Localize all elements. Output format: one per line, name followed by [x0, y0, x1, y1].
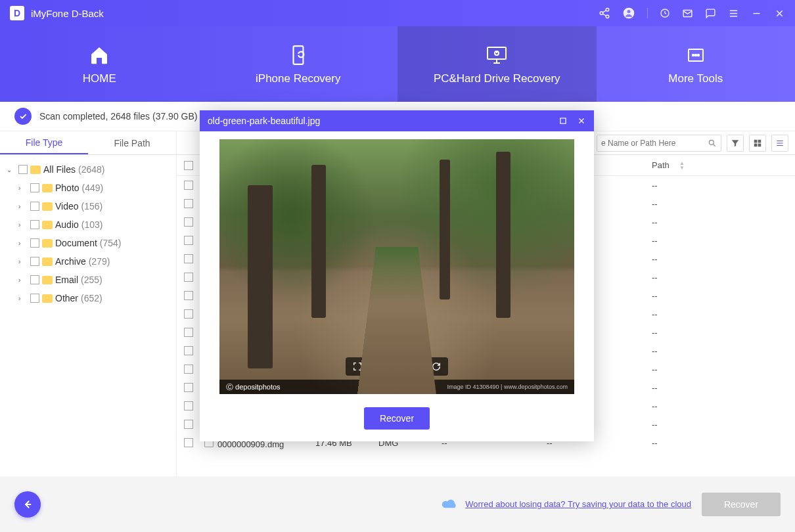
preview-close-icon[interactable] [577, 116, 586, 125]
tree-label: Other [55, 293, 78, 303]
cell-path: -- [652, 328, 658, 338]
app-logo-icon: D [10, 6, 24, 20]
tree-item-document[interactable]: ›Document (754) [0, 234, 176, 252]
checkbox[interactable] [30, 294, 39, 303]
tree-item-photo[interactable]: ›Photo (449) [0, 179, 176, 197]
zoom-out-icon[interactable] [392, 361, 402, 372]
cloud-link[interactable]: Worred about losing data? Try saving you… [465, 499, 691, 509]
tree-item-email[interactable]: ›Email (255) [0, 271, 176, 289]
row-checkbox[interactable] [184, 273, 193, 282]
row-checkbox[interactable] [184, 199, 193, 208]
preview-maximize-icon[interactable] [558, 116, 568, 125]
grid-view-button[interactable] [749, 135, 766, 152]
cell-path: -- [652, 273, 658, 282]
tab-pc[interactable]: PC&Hard Drive Recovery [398, 26, 597, 102]
row-checkbox[interactable] [184, 309, 193, 319]
tree-item-other[interactable]: ›Other (652) [0, 289, 176, 307]
tree-label: All Files [43, 164, 76, 175]
row-checkbox[interactable] [184, 328, 193, 337]
folder-icon [42, 221, 53, 229]
checkbox[interactable] [30, 220, 39, 229]
fullscreen-icon[interactable] [352, 361, 363, 372]
list-view-button[interactable] [771, 135, 788, 152]
cell-path: -- [652, 438, 658, 448]
row-checkbox[interactable] [184, 346, 193, 355]
cell-path: -- [652, 236, 658, 246]
sidebar-tab-filepath[interactable]: File Path [88, 131, 176, 154]
row-checkbox[interactable] [184, 291, 193, 300]
feedback-icon[interactable] [705, 8, 716, 19]
sidebar-tab-filetype[interactable]: File Type [0, 131, 88, 154]
row-checkbox[interactable] [184, 401, 193, 410]
row-checkbox[interactable] [184, 383, 193, 392]
checkbox[interactable] [30, 275, 39, 284]
filter-button[interactable] [727, 135, 744, 152]
tree-item-archive[interactable]: ›Archive (279) [0, 252, 176, 271]
recover-button[interactable]: Recover [702, 493, 781, 516]
tree-count: (449) [82, 183, 104, 193]
folder-icon [42, 257, 53, 266]
preview-header: old-green-park-beautiful.jpg [200, 110, 594, 131]
tab-home[interactable]: HOME [0, 26, 199, 102]
tab-more[interactable]: More Tools [597, 26, 796, 102]
svg-point-12 [695, 54, 696, 55]
tree-count: (2648) [78, 164, 104, 175]
row-checkbox[interactable] [184, 254, 193, 263]
back-button[interactable] [14, 491, 41, 518]
preview-recover-button[interactable]: Recover [364, 407, 430, 430]
search-icon[interactable] [708, 139, 717, 148]
checkbox[interactable] [30, 257, 39, 266]
cell-path: -- [652, 383, 658, 393]
share-icon[interactable] [599, 7, 610, 19]
chevron-right-icon: › [18, 221, 28, 229]
svg-rect-16 [758, 139, 761, 143]
menu-icon[interactable] [728, 8, 739, 19]
tab-iphone[interactable]: iPhone Recovery [199, 26, 398, 102]
checkbox[interactable] [30, 238, 39, 248]
search-box[interactable] [597, 135, 721, 152]
rotate-left-icon[interactable] [411, 361, 422, 372]
row-checkbox[interactable] [184, 217, 193, 227]
folder-icon [42, 294, 53, 303]
minimize-icon[interactable] [751, 8, 762, 19]
check-icon [14, 108, 32, 125]
tab-pc-label: PC&Hard Drive Recovery [434, 72, 560, 85]
file-tree: ⌄ All Files (2648) ›Photo (449)›Video (1… [0, 155, 176, 476]
tree-count: (279) [89, 256, 110, 267]
checkbox[interactable] [30, 202, 39, 211]
tree-label: Video [55, 201, 79, 211]
tree-all-files[interactable]: ⌄ All Files (2648) [0, 160, 176, 179]
row-checkbox[interactable] [184, 438, 193, 447]
cell-path: -- [652, 181, 658, 190]
tree-label: Archive [55, 256, 86, 267]
app-title: iMyFone D-Back [31, 8, 104, 19]
cell-path: -- [652, 309, 658, 319]
refresh-icon[interactable] [660, 8, 670, 18]
mail-icon[interactable] [682, 8, 693, 19]
checkbox[interactable] [30, 183, 39, 192]
checkbox[interactable] [18, 165, 28, 174]
folder-icon [42, 239, 53, 248]
svg-point-14 [709, 140, 714, 144]
cell-path: -- [652, 254, 658, 264]
search-input[interactable] [601, 139, 708, 148]
row-checkbox[interactable] [184, 236, 193, 245]
tree-item-video[interactable]: ›Video (156) [0, 197, 176, 215]
row-checkbox[interactable] [184, 365, 193, 374]
tree-label: Photo [55, 183, 80, 193]
col-header-path[interactable]: Path ▲▼ [652, 160, 795, 170]
tree-item-audio[interactable]: ›Audio (103) [0, 215, 176, 234]
rotate-right-icon[interactable] [431, 361, 442, 372]
chevron-right-icon: › [18, 258, 28, 265]
select-all-checkbox[interactable] [184, 161, 193, 170]
account-icon[interactable] [622, 7, 635, 20]
zoom-in-icon[interactable] [372, 361, 382, 372]
status-text: Scan completed, 2648 files (37.90 GB) f [39, 111, 202, 122]
tree-label: Audio [55, 219, 79, 230]
row-checkbox[interactable] [184, 181, 193, 190]
iphone-icon [286, 43, 310, 67]
close-icon[interactable] [774, 8, 785, 19]
row-checkbox[interactable] [184, 420, 193, 429]
cell-path: -- [652, 199, 658, 209]
svg-point-21 [394, 363, 399, 368]
